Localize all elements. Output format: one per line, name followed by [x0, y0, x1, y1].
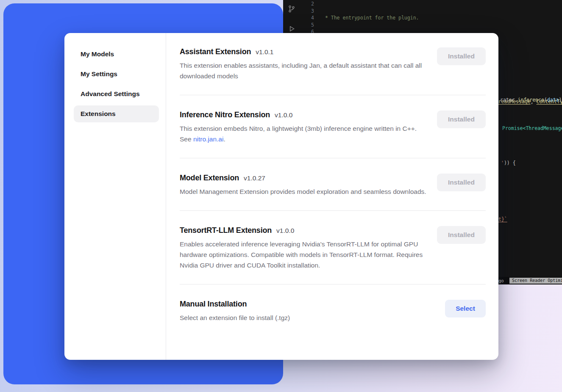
- sidebar-item-extensions[interactable]: Extensions: [74, 105, 159, 122]
- manual-installation-row: Manual Installation Select an extension …: [180, 300, 486, 323]
- code-fragment: ')) {: [501, 160, 516, 166]
- code-line: * The entrypoint for the plugin.: [322, 14, 562, 22]
- line-number: 5: [306, 22, 314, 29]
- screen-reader-badge[interactable]: Screen Reader Optimized: [509, 278, 562, 284]
- code-token: (: [544, 97, 547, 103]
- extension-version: v1.0.1: [256, 48, 273, 56]
- installed-button[interactable]: Installed: [437, 110, 486, 128]
- code-token: ));: [559, 97, 562, 103]
- installed-button[interactable]: Installed: [437, 47, 486, 65]
- extension-row-tensorrt-llm: TensortRT-LLM Extension v1.0.0 Enables a…: [180, 226, 486, 271]
- extensions-panel: Assistant Extension v1.0.1 This extensio…: [166, 33, 498, 360]
- code-token: ': [501, 160, 504, 166]
- editor-line-numbers: 2 3 4 5 6: [306, 0, 314, 36]
- line-number: 3: [306, 8, 314, 15]
- code-token: )) {: [504, 160, 516, 166]
- run-debug-icon[interactable]: [288, 25, 295, 33]
- extension-description: Select an extension file to install (.tg…: [180, 312, 290, 323]
- extension-version: v1.0.0: [276, 227, 294, 235]
- code-fragment: t}`: [498, 216, 507, 222]
- sidebar-item-my-settings[interactable]: My Settings: [74, 66, 159, 83]
- extension-description: This extension embeds Nitro, a lightweig…: [180, 123, 427, 144]
- line-number: 2: [306, 0, 314, 8]
- installed-button[interactable]: Installed: [437, 226, 486, 244]
- description-text: .: [223, 135, 225, 143]
- manual-install-select-button[interactable]: Select: [445, 300, 486, 317]
- code-fragment: Promise<ThreadMessage>: [502, 125, 562, 131]
- nitro-jan-ai-link[interactable]: nitro.jan.ai: [193, 135, 224, 143]
- extension-name: Model Extension: [180, 174, 239, 182]
- section-divider: [180, 158, 486, 158]
- code-fragment: rator.inference(data));: [500, 97, 562, 103]
- sidebar-item-my-models[interactable]: My Models: [74, 46, 159, 63]
- code-token: data: [547, 97, 559, 103]
- desktop-background: 2 3 4 5 6 * The entrypoint for the plugi…: [0, 0, 562, 392]
- extension-name: TensortRT-LLM Extension: [180, 226, 272, 235]
- code-token: rator.: [500, 97, 518, 103]
- extension-name: Assistant Extension: [180, 47, 251, 56]
- extension-version: v1.0.0: [275, 111, 292, 119]
- code-token: inference: [518, 97, 544, 103]
- settings-sidebar: My Models My Settings Advanced Settings …: [64, 33, 166, 360]
- extension-name: Manual Installation: [180, 300, 247, 309]
- line-number: 4: [306, 14, 314, 22]
- extension-row-inference-nitro: Inference Nitro Extension v1.0.0 This ex…: [180, 110, 486, 144]
- source-control-icon[interactable]: [288, 5, 295, 13]
- installed-button[interactable]: Installed: [437, 174, 486, 191]
- extension-description: Model Management Extension provides mode…: [180, 186, 426, 197]
- extension-name: Inference Nitro Extension: [180, 110, 270, 119]
- extension-description: This extension enables assistants, inclu…: [180, 60, 427, 81]
- section-divider: [180, 95, 486, 95]
- extension-row-assistant: Assistant Extension v1.0.1 This extensio…: [180, 47, 486, 81]
- extension-row-model: Model Extension v1.0.27 Model Management…: [180, 174, 486, 197]
- extension-version: v1.0.27: [244, 174, 265, 182]
- section-divider: [180, 210, 486, 211]
- section-divider: [180, 284, 486, 284]
- extension-description: Enables accelerated inference leveraging…: [180, 239, 427, 271]
- status-text: go: [498, 278, 504, 283]
- settings-modal: My Models My Settings Advanced Settings …: [64, 33, 498, 360]
- sidebar-item-advanced-settings[interactable]: Advanced Settings: [74, 86, 159, 102]
